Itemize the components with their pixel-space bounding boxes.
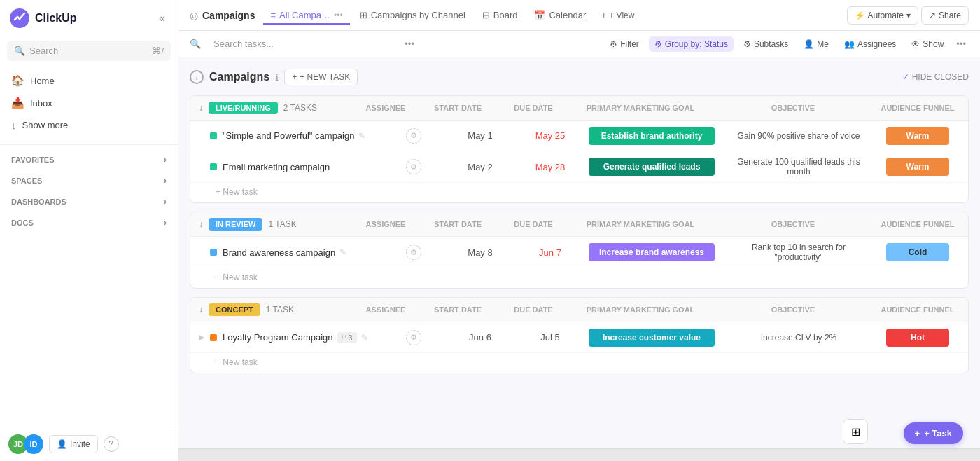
toolbar-search-dots[interactable]: ••• [402, 36, 417, 52]
favorites-label: FAVORITES [11, 156, 55, 164]
new-task-button[interactable]: + + NEW TASK [284, 69, 358, 85]
filter-icon: ⚙ [610, 39, 617, 49]
automate-button[interactable]: ⚡ Automate ▾ [847, 6, 918, 25]
sidebar-section-favorites[interactable]: FAVORITES › [0, 149, 178, 170]
sidebar-nav-inbox-label: Inbox [30, 98, 52, 109]
sidebar-bottom: JD ID 👤 Invite ? [0, 427, 178, 461]
toolbar: 🔍 Search tasks... ••• ⚙ Filter ⚙ Group b… [178, 31, 980, 57]
task-assignee: ⚙ [386, 128, 442, 144]
col-header-assignee-concept: ASSIGNEE [358, 305, 414, 314]
col-header-start-live: START DATE [419, 104, 496, 112]
task-due-date: Jul 5 [519, 332, 582, 343]
dashboards-label: DASHBOARDS [11, 198, 66, 206]
group-concept-header: ↓ CONCEPT 1 TASK ASSIGNEE START DATE DUE… [190, 298, 968, 322]
sidebar-item-inbox[interactable]: 📥 Inbox [6, 92, 172, 114]
assignees-label: Assignees [858, 39, 896, 49]
tab-all-campaigns-dots: ••• [334, 11, 343, 20]
tab-board-icon: ⊞ [482, 10, 490, 20]
toolbar-search-placeholder[interactable]: Search tasks... [206, 35, 396, 53]
task-start-date: May 1 [442, 130, 519, 141]
task-name: Brand awareness campaign ✎ [223, 247, 386, 258]
task-goal: Generate qualified leads [582, 158, 722, 176]
task-name-text: Brand awareness campaign [223, 247, 335, 258]
task-name-text: "Simple and Powerful" campaign [223, 130, 354, 141]
hide-closed-button[interactable]: ✓ HIDE CLOSED [902, 72, 969, 82]
sidebar-section-spaces[interactable]: SPACES › [0, 170, 178, 191]
tab-all-campaigns[interactable]: ≡ All Campa… ••• [263, 6, 349, 25]
task-goal: Establish brand authority [582, 127, 722, 145]
subtasks-button[interactable]: ⚙ Subtasks [738, 36, 794, 52]
new-task-row-review[interactable]: + New task [190, 268, 968, 288]
sidebar-item-home[interactable]: 🏠 Home [6, 69, 172, 92]
task-expand-icon[interactable]: ▶ [199, 333, 210, 342]
group-live-count: 2 TASKS [284, 103, 317, 113]
assignee-gear-icon: ⚙ [406, 128, 421, 144]
logo-text: ClickUp [35, 12, 77, 25]
apps-grid-icon: ⊞ [851, 425, 860, 439]
subtasks-icon: ⚙ [743, 39, 751, 49]
subtask-count: 3 [349, 333, 353, 342]
sidebar-item-show-more[interactable]: ↓ Show more [6, 114, 172, 136]
new-task-label: + NEW TASK [300, 72, 350, 82]
home-icon: 🏠 [11, 74, 24, 87]
group-by-button[interactable]: ⚙ Group by: Status [649, 36, 734, 52]
tab-campaigns-by-channel[interactable]: ⊞ Campaigns by Channel [353, 6, 472, 25]
task-name: Email marketing campaign [223, 162, 386, 172]
task-edit-icon[interactable]: ✎ [361, 333, 368, 343]
group-concept-collapse[interactable]: ↓ [199, 305, 203, 315]
invite-button[interactable]: 👤 Invite [49, 435, 98, 453]
add-task-floating-button[interactable]: + + Task [904, 422, 963, 444]
group-review-collapse[interactable]: ↓ [199, 219, 203, 229]
group-live-collapse[interactable]: ↓ [199, 103, 203, 113]
group-live: ↓ LIVE/RUNNING 2 TASKS ASSIGNEE START DA… [190, 95, 969, 203]
subtask-badge[interactable]: ⑂ 3 [337, 332, 357, 343]
task-start-date: May 2 [442, 162, 519, 172]
tab-all-campaigns-icon: ≡ [270, 10, 276, 20]
campaigns-info-icon[interactable]: ℹ [275, 72, 279, 83]
task-edit-icon[interactable]: ✎ [358, 131, 365, 141]
new-task-row-concept[interactable]: + New task [190, 353, 968, 373]
sidebar-section-dashboards[interactable]: DASHBOARDS › [0, 191, 178, 212]
tab-channel-label: Campaigns by Channel [371, 10, 465, 20]
campaigns-collapse-icon[interactable]: ↓ [190, 70, 204, 84]
help-button[interactable]: ? [104, 436, 119, 452]
bottom-scrollbar[interactable] [178, 448, 980, 461]
filter-label: Filter [620, 39, 639, 49]
col-header-obj-review: OBJECTIVE [716, 220, 870, 228]
apps-button[interactable]: ⊞ [843, 419, 868, 444]
project-title: Campaigns [202, 10, 255, 21]
task-start-date: May 8 [442, 247, 519, 258]
me-button[interactable]: 👤 Me [798, 36, 834, 52]
new-task-row-live[interactable]: + New task [190, 183, 968, 202]
assignees-button[interactable]: 👥 Assignees [839, 36, 902, 52]
task-dot [210, 132, 217, 139]
sidebar-search[interactable]: 🔍 Search ⌘/ [7, 41, 171, 61]
task-dot [210, 334, 217, 341]
sidebar-collapse-button[interactable]: « [156, 9, 168, 27]
toolbar-action-dots[interactable]: ••• [953, 36, 969, 52]
new-task-row-label: + New task [216, 187, 258, 197]
sidebar-section-docs[interactable]: DOCS › [0, 212, 178, 233]
share-button[interactable]: ↗ Share [921, 6, 969, 25]
tab-calendar[interactable]: 📅 Calendar [527, 6, 593, 25]
col-header-funnel-concept: AUDIENCE FUNNEL [876, 305, 960, 314]
content-area: ↓ Campaigns ℹ + + NEW TASK ✓ HIDE CLOSED… [178, 57, 980, 448]
new-task-row-label: + New task [216, 273, 258, 282]
group-review-header: ↓ IN REVIEW 1 TASK ASSIGNEE START DATE D… [190, 212, 968, 237]
add-view-button[interactable]: + + View [596, 7, 640, 24]
tab-all-campaigns-label: All Campa… [279, 10, 330, 20]
project-icon: ◎ [190, 10, 198, 21]
add-task-label: + Task [924, 428, 952, 439]
task-name: Loyalty Program Campaign ⑂ 3 ✎ [223, 332, 386, 343]
new-task-plus-icon: + [292, 72, 297, 82]
group-concept-count: 1 TASK [266, 305, 294, 315]
filter-button[interactable]: ⚙ Filter [604, 36, 645, 52]
task-row: Brand awareness campaign ✎ ⚙ May 8 Jun 7… [190, 237, 968, 268]
show-button[interactable]: 👁 Show [906, 36, 949, 52]
tab-board[interactable]: ⊞ Board [475, 6, 525, 25]
task-edit-icon[interactable]: ✎ [340, 247, 346, 257]
avatar-group: JD ID [8, 434, 43, 454]
task-dot [210, 163, 217, 170]
subtasks-label: Subtasks [754, 39, 788, 49]
group-review-badge: IN REVIEW [209, 218, 262, 230]
